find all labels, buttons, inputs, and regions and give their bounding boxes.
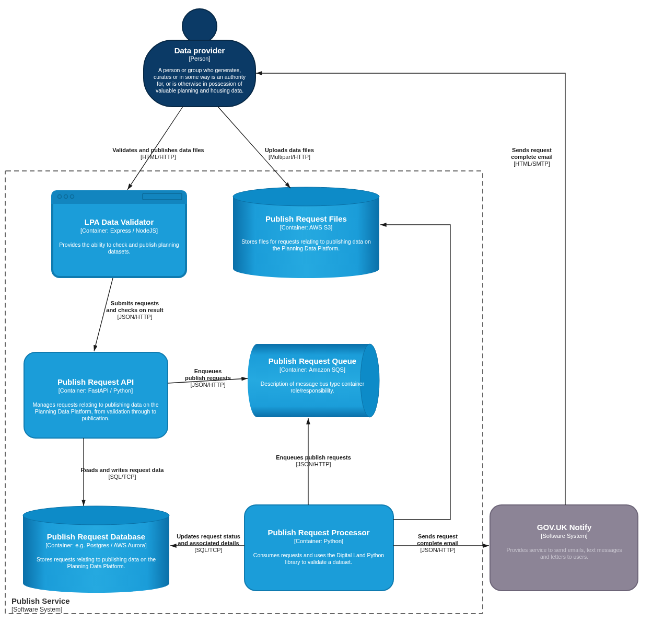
- svg-text:valuable planning and housing : valuable planning and housing data.: [156, 87, 243, 94]
- edge-submits: [94, 278, 113, 351]
- svg-text:Publish Request Database: Publish Request Database: [47, 532, 145, 541]
- svg-text:GOV.UK Notify: GOV.UK Notify: [537, 523, 592, 532]
- svg-text:[JSON/HTTP]: [JSON/HTTP]: [117, 314, 152, 320]
- boundary-title: Publish Service: [11, 596, 70, 605]
- svg-text:publication.: publication.: [81, 415, 109, 421]
- svg-text:Planning Data Platform, from v: Planning Data Platform, from validation …: [35, 408, 156, 415]
- container-publish-processor: Publish Request Processor [Container: Py…: [244, 505, 393, 591]
- svg-text:[HTML/HTTP]: [HTML/HTTP]: [141, 154, 176, 160]
- svg-text:datasets.: datasets.: [108, 248, 131, 255]
- container-lpa-validator: LPA Data Validator [Container: Express /…: [51, 190, 187, 277]
- svg-text:Provides the ability to check : Provides the ability to check and publis…: [59, 242, 179, 248]
- label-enqueues2: Enqueues publish requests: [276, 454, 351, 461]
- label-enqueues: Enqueues: [194, 368, 222, 374]
- svg-text:Consumes requests and uses the: Consumes requests and uses the Digital L…: [253, 552, 385, 558]
- svg-text:role/responsibility.: role/responsibility.: [290, 387, 334, 394]
- container-publish-api: Publish Request API [Container: FastAPI …: [24, 352, 168, 438]
- svg-text:complete email: complete email: [417, 540, 458, 546]
- svg-text:for, or is otherwise in posses: for, or is otherwise in possession of: [157, 80, 242, 87]
- svg-text:Provides service to send email: Provides service to send emails, text me…: [506, 547, 622, 553]
- svg-text:[Software System]: [Software System]: [541, 533, 587, 539]
- label-sends-email: Sends request: [512, 147, 552, 153]
- label-sends2: Sends request: [418, 533, 458, 539]
- svg-point-41: [23, 506, 169, 525]
- svg-text:Planning Data Platform.: Planning Data Platform.: [67, 563, 125, 569]
- svg-text:Publish Request Processor: Publish Request Processor: [267, 528, 369, 537]
- svg-text:Data provider: Data provider: [174, 46, 225, 55]
- label-validates: Validates and publishes data files: [112, 147, 204, 153]
- boundary-subtitle: [Software System]: [11, 606, 62, 613]
- svg-text:Description of message bus typ: Description of message bus type containe…: [261, 381, 365, 387]
- svg-text:[JSON/HTTP]: [JSON/HTTP]: [296, 461, 331, 467]
- svg-text:and checks on result: and checks on result: [106, 307, 164, 313]
- svg-point-0: [182, 9, 217, 43]
- svg-point-40: [23, 574, 169, 593]
- svg-text:Stores requests relating to pu: Stores requests relating to publishing d…: [37, 556, 156, 562]
- svg-text:and letters to users.: and letters to users.: [540, 554, 588, 560]
- svg-text:[Container: AWS S3]: [Container: AWS S3]: [280, 224, 332, 231]
- svg-text:[SQL/TCP]: [SQL/TCP]: [194, 547, 222, 553]
- svg-text:[Container: Python]: [Container: Python]: [294, 538, 343, 544]
- svg-text:complete email: complete email: [511, 154, 552, 160]
- svg-text:LPA Data Validator: LPA Data Validator: [85, 217, 154, 226]
- svg-rect-19: [233, 197, 379, 269]
- svg-text:[JSON/HTTP]: [JSON/HTTP]: [190, 382, 225, 388]
- container-publish-files: Publish Request Files [Container: AWS S3…: [233, 187, 379, 278]
- label-reads: Reads and writes request data: [81, 467, 165, 473]
- svg-text:curates or in some way is an a: curates or in some way is an authority: [154, 74, 246, 80]
- svg-text:Publish Request Queue: Publish Request Queue: [269, 356, 356, 365]
- svg-text:Manages requests relating to p: Manages requests relating to publishing …: [32, 401, 158, 408]
- container-publish-db: Publish Request Database [Container: e.g…: [23, 506, 169, 593]
- svg-text:[Person]: [Person]: [189, 55, 211, 62]
- label-submits: Submits requests: [111, 300, 159, 306]
- svg-text:and associated details: and associated details: [178, 540, 239, 546]
- label-uploads: Uploads data files: [265, 147, 314, 153]
- svg-text:Stores files for requests rela: Stores files for requests relating to pu…: [241, 238, 371, 245]
- svg-text:Publish Request Files: Publish Request Files: [265, 214, 347, 223]
- svg-text:[Multipart/HTTP]: [Multipart/HTTP]: [269, 154, 310, 160]
- svg-text:[Container: Express / NodeJS]: [Container: Express / NodeJS]: [80, 227, 158, 234]
- svg-text:library to validate a dataset.: library to validate a dataset.: [285, 559, 352, 565]
- svg-text:[Container: FastAPI / Python]: [Container: FastAPI / Python]: [59, 387, 133, 394]
- person-actor: Data provider [Person] A person or group…: [144, 9, 255, 107]
- system-govuk-notify: GOV.UK Notify [Software System] Provides…: [490, 505, 638, 591]
- svg-text:publish requests: publish requests: [185, 375, 231, 381]
- svg-text:the Planning Data Platform.: the Planning Data Platform.: [273, 245, 340, 251]
- label-updates: Updates request status: [177, 533, 240, 539]
- svg-point-21: [233, 187, 379, 206]
- edge-proc-files: [380, 225, 450, 520]
- svg-text:[JSON/HTTP]: [JSON/HTTP]: [420, 547, 455, 553]
- svg-text:A person or group who generate: A person or group who generates,: [158, 67, 241, 73]
- edge-sends-email: [256, 73, 565, 505]
- svg-rect-8: [52, 191, 186, 277]
- svg-rect-46: [244, 505, 393, 591]
- svg-rect-26: [24, 352, 168, 438]
- svg-text:[HTML/SMTP]: [HTML/SMTP]: [514, 160, 550, 167]
- svg-point-20: [233, 259, 379, 278]
- svg-text:Publish Request API: Publish Request API: [57, 377, 134, 386]
- svg-text:[Container: Amazon SQS]: [Container: Amazon SQS]: [279, 366, 345, 373]
- svg-rect-39: [23, 515, 169, 583]
- svg-text:[SQL/TCP]: [SQL/TCP]: [108, 474, 136, 480]
- container-publish-queue: Publish Request Queue [Container: Amazon…: [248, 344, 379, 417]
- svg-text:[Container: e.g. Postgres / AW: [Container: e.g. Postgres / AWS Aurora]: [45, 542, 146, 548]
